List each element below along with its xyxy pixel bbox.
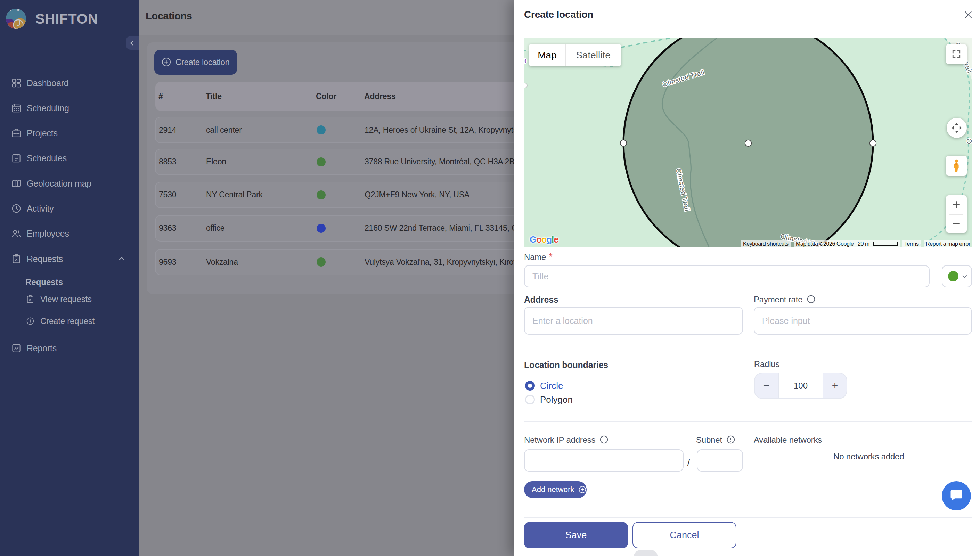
- svg-text:o: o: [524, 56, 526, 65]
